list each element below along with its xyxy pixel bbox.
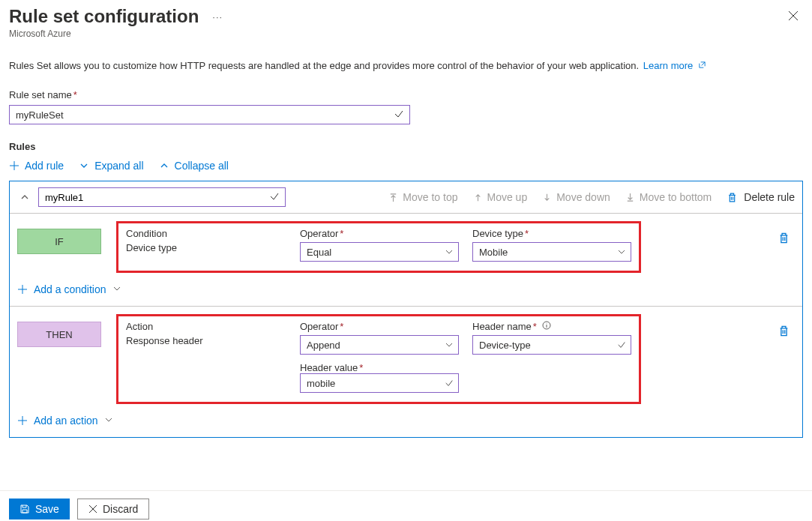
chevron-down-icon <box>112 283 121 295</box>
chevron-down-icon <box>104 415 113 427</box>
rule-header: Move to top Move up Move down Move to bo… <box>10 181 802 214</box>
plus-icon <box>17 415 28 426</box>
checkmark-icon <box>394 109 404 121</box>
checkmark-icon <box>269 191 280 204</box>
move-down-button: Move down <box>542 191 610 203</box>
trash-icon <box>727 192 738 203</box>
footer: Save Discard <box>0 490 812 521</box>
condition-label: Condition <box>126 228 286 239</box>
add-rule-button[interactable]: Add rule <box>9 160 64 172</box>
chevron-down-icon <box>79 160 89 171</box>
chevron-down-icon <box>445 340 454 349</box>
move-up-button: Move up <box>473 191 528 203</box>
info-icon[interactable] <box>542 321 551 330</box>
collapse-rule-toggle[interactable] <box>17 192 32 202</box>
page-subtitle: Microsoft Azure <box>9 28 223 39</box>
header-value-input[interactable]: mobile <box>300 373 459 393</box>
learn-more-link[interactable]: Learn more <box>643 60 706 71</box>
ruleset-name-input[interactable] <box>9 105 410 124</box>
save-icon <box>19 504 30 514</box>
if-device-type-label: Device type* <box>472 228 631 239</box>
header-name-input[interactable]: Device-type <box>472 335 631 355</box>
delete-rule-button[interactable]: Delete rule <box>727 191 795 203</box>
checkmark-icon <box>445 379 454 388</box>
header-value-label: Header value* <box>300 362 363 373</box>
rule-container: Move to top Move up Move down Move to bo… <box>9 181 803 438</box>
if-highlight-box: Condition Device type Operator* Equal De… <box>116 221 641 273</box>
close-button[interactable] <box>784 6 803 28</box>
if-badge: IF <box>17 229 101 254</box>
move-to-top-button: Move to top <box>388 191 457 203</box>
chevron-down-icon <box>445 247 454 256</box>
trash-icon <box>778 325 790 337</box>
if-section: IF Condition Device type Operator* Equal <box>10 214 802 306</box>
discard-button[interactable]: Discard <box>77 499 149 520</box>
chevron-down-icon <box>617 247 626 256</box>
header-name-label: Header name* <box>472 321 631 332</box>
delete-condition-button[interactable] <box>778 221 795 247</box>
add-action-button[interactable]: Add an action <box>17 415 795 427</box>
save-button[interactable]: Save <box>9 499 70 520</box>
description-text: Rules Set allows you to customize how HT… <box>9 60 803 71</box>
if-operator-label: Operator* <box>300 228 459 239</box>
then-section: THEN Action Response header Operator* Ap… <box>10 307 802 437</box>
arrow-bottom-icon <box>625 193 635 202</box>
then-badge: THEN <box>17 322 101 347</box>
add-condition-button[interactable]: Add a condition <box>17 283 795 295</box>
plus-icon <box>9 160 19 171</box>
expand-all-button[interactable]: Expand all <box>79 160 143 172</box>
arrow-down-icon <box>542 193 552 202</box>
collapse-all-button[interactable]: Collapse all <box>159 160 229 172</box>
arrow-up-icon <box>473 193 483 202</box>
if-operator-dropdown[interactable]: Equal <box>300 242 459 262</box>
trash-icon <box>778 232 790 244</box>
external-link-icon <box>698 60 706 71</box>
if-device-type-dropdown[interactable]: Mobile <box>472 242 631 262</box>
rule-name-input[interactable] <box>38 187 286 207</box>
delete-action-button[interactable] <box>778 314 795 340</box>
then-highlight-box: Action Response header Operator* Append … <box>116 314 641 404</box>
move-to-bottom-button: Move to bottom <box>625 191 712 203</box>
checkmark-icon <box>617 340 626 349</box>
chevron-up-icon <box>19 192 30 202</box>
action-label: Action <box>126 321 286 332</box>
ruleset-name-label: Rule set name* <box>9 89 803 100</box>
then-operator-dropdown[interactable]: Append <box>300 335 459 355</box>
rules-section-label: Rules <box>9 141 803 152</box>
then-operator-label: Operator* <box>300 321 459 332</box>
plus-icon <box>17 284 28 295</box>
action-value: Response header <box>126 335 286 346</box>
chevron-up-icon <box>159 160 169 171</box>
page-title: Rule set configuration <box>9 6 199 27</box>
condition-value: Device type <box>126 242 286 253</box>
arrow-top-icon <box>388 193 398 202</box>
close-icon <box>88 505 97 514</box>
more-menu-icon[interactable]: ··· <box>212 11 223 22</box>
